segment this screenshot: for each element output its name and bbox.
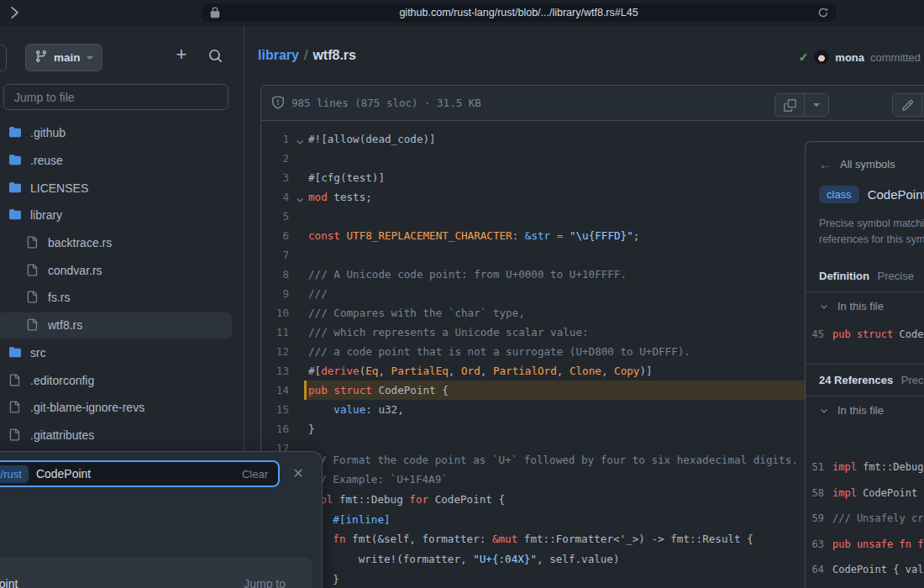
line-number[interactable]: 3 [261,168,289,187]
tree-item-label: .editorconfig [30,374,94,387]
line-number[interactable]: 15 [261,400,289,419]
occurrence-code: CodePoint { value } [832,564,924,575]
code-token: #![allow(dead_code)] [308,133,436,145]
breadcrumb-separator: / [299,48,312,62]
line-number[interactable]: 5 [261,207,289,226]
code-token: = [550,229,563,242]
code-token: fmt::Debug [333,493,409,506]
occurrence-line-number: 58 [807,487,824,499]
fold-chevron-icon[interactable] [295,134,305,144]
clear-button[interactable]: Clear [242,468,268,480]
line-number[interactable]: 11 [261,323,289,342]
copy-button[interactable] [775,94,804,116]
folder-icon [8,181,24,195]
refresh-icon[interactable] [817,7,829,18]
tree-item-library[interactable]: library [0,202,244,229]
code-text: value: u32, [308,400,404,419]
commit-author[interactable]: mona [835,51,864,64]
code-token: /// Compares with the `char` type, [308,307,525,319]
breadcrumb-directory-link[interactable]: library [258,48,299,62]
line-number[interactable]: 8 [261,265,289,284]
code-token: impl [832,461,857,473]
line-number[interactable]: 12 [261,342,289,361]
folder-icon [8,208,24,222]
code-token: Copy [614,365,639,377]
tree-item-LICENSES[interactable]: LICENSES [0,174,244,202]
tree-item-.editorconfig[interactable]: .editorconfig [0,366,244,394]
code-token: UTF8_REPLACEMENT_CHARACTER [340,229,512,242]
tree-item-backtrace.rs[interactable]: backtrace.rs [0,229,244,257]
in-this-file-toggle[interactable]: In this file [819,404,884,417]
browser-forward-icon[interactable] [7,5,22,20]
all-symbols-back-link[interactable]: ← All symbols [819,157,895,171]
code-token: pub unsafe fn from [832,538,924,550]
line-number[interactable]: 16 [261,419,289,438]
line-number[interactable]: 1 [261,129,289,149]
in-this-file-toggle[interactable]: In this file [819,300,884,312]
url-text[interactable]: github.com/rust-lang/rust/blob/.../libra… [202,7,836,18]
tree-item-label: .reuse [30,154,63,167]
references-precise-tag: Precise [901,374,924,386]
branch-selector-button[interactable]: main [25,44,102,71]
copy-dropdown-button[interactable] [804,94,828,116]
line-number[interactable]: 4 [261,187,289,207]
tree-item-wtf8.rs[interactable]: wtf8.rs [0,312,244,339]
tree-item-.gitattributes[interactable]: .gitattributes [0,422,244,449]
search-result-item[interactable]: CodePoint Jump to [0,558,312,588]
symbol-occurrence-row[interactable]: 59/// Unsafely creates a [806,512,924,538]
line-number[interactable]: 9 [261,284,289,303]
symbol-occurrence-row[interactable]: 58impl CodePoint { [806,487,924,513]
line-number[interactable]: 6 [261,226,289,245]
avatar[interactable] [814,50,829,65]
line-number[interactable]: 14 [261,381,289,400]
code-token: &str [525,229,550,242]
line-number[interactable]: 10 [261,303,289,323]
repo-scope-chip[interactable]: rust-lang/rust [0,465,29,483]
github-code-view: github.com/rust-lang/rust/blob/.../libra… [0,0,924,588]
code-token: , [601,365,614,377]
jump-to-file-input[interactable] [3,84,228,110]
occurrence-line-number: 59 [807,512,824,524]
symbol-occurrence-row[interactable]: 64CodePoint { value } [806,564,924,588]
code-text: /// Example: `U+1F4A9` [307,470,448,490]
tree-item-src[interactable]: src [0,339,244,367]
symbol-title-row: class CodePoint [819,186,924,203]
symbol-search-input[interactable]: rust-lang/rust CodePoint Clear [0,460,280,487]
checks-passed-icon[interactable]: ✓ [799,50,809,64]
tree-item-label: .gitattributes [30,428,94,442]
close-icon[interactable]: ✕ [291,466,306,481]
code-text: #[derive(Eq, PartialEq, Ord, PartialOrd,… [308,361,653,381]
search-query-text[interactable]: CodePoint [36,467,242,480]
code-token: , [480,365,493,377]
symbol-occurrence-row[interactable]: 51impl fmt::Debug for [806,461,924,487]
symbol-occurrence-row[interactable]: 63pub unsafe fn from [806,538,924,564]
breadcrumb-filename: wtf8.rs [312,48,356,62]
tree-item-fs.rs[interactable]: fs.rs [0,284,244,312]
edit-pencil-button[interactable] [893,94,921,116]
search-icon[interactable] [208,49,223,63]
symbols-panel: ← All symbols class CodePoint Precise sy… [805,141,924,588]
code-token: PartialOrd [493,365,557,377]
address-bar[interactable]: github.com/rust-lang/rust/blob/.../libra… [202,3,836,22]
line-number[interactable]: 13 [261,361,289,381]
fold-chevron-icon[interactable] [295,192,305,202]
tree-item-condvar.rs[interactable]: condvar.rs [0,256,244,284]
file-stats: 985 lines (875 sloc) · 31.5 KB [291,97,481,109]
symbol-occurrence-row[interactable]: 45pub struct CodePoint { [806,328,924,354]
code-token: value [333,403,365,416]
code-token [308,403,333,416]
tree-item-.reuse[interactable]: .reuse [0,147,244,175]
code-text: write!(formatter, "U+{:04X}", self.value… [307,549,620,570]
line-number[interactable]: 7 [261,245,289,265]
code-token: , [449,365,461,377]
divider [806,364,924,365]
in-this-file-label: In this file [837,300,884,312]
tree-item-.github[interactable]: .github [0,119,244,147]
reference-items: 51impl fmt::Debug for58impl CodePoint {5… [806,461,924,588]
collapse-sidebar-button[interactable] [0,45,7,71]
code-text: /// A Unicode code point: from U+0000 to… [308,265,627,284]
code-text: /// a code point that is not a surrogate… [308,342,690,361]
line-number[interactable]: 2 [261,149,289,168]
tree-item-.git-blame-ignore-revs[interactable]: .git-blame-ignore-revs [0,394,244,422]
new-file-button[interactable]: + [171,42,192,69]
